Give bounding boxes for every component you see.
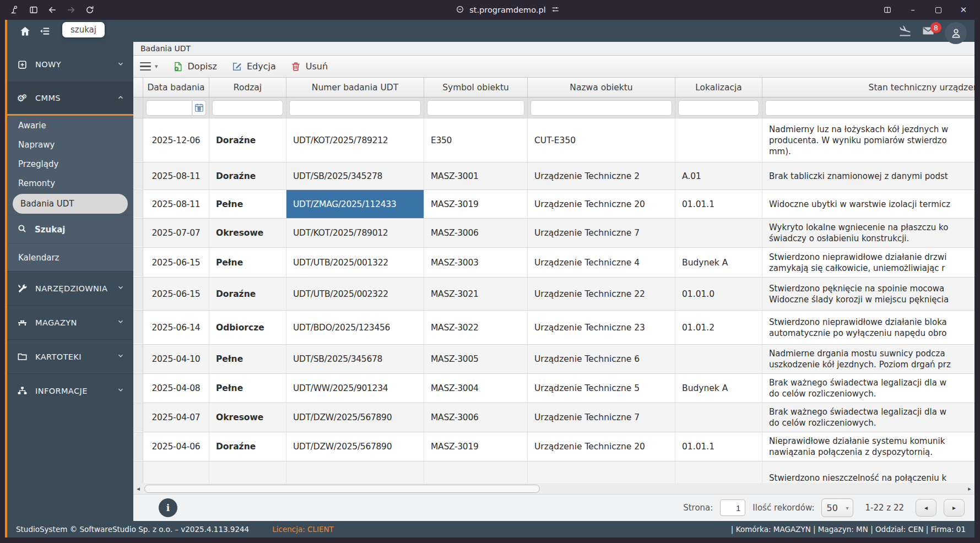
cell-rodzaj[interactable]: Doraźne [209,432,286,461]
row-handle[interactable] [133,248,143,277]
cell-rodzaj[interactable]: Pełne [209,190,286,218]
cell-lokalizacja[interactable]: 01.01.1 [675,432,762,461]
cell-date[interactable]: 2025-08-11 [143,162,209,189]
maximize-button[interactable] [927,3,949,17]
tune-icon[interactable] [551,5,560,15]
row-handle[interactable] [133,190,143,218]
user-avatar-button[interactable] [945,22,967,44]
minimize-button[interactable]: – [902,3,924,17]
filter-input-nazwa[interactable] [530,100,672,116]
cell-date[interactable] [143,461,209,483]
filter-input-stan[interactable] [765,100,974,116]
filter-input-rodzaj[interactable] [212,100,283,116]
next-page-button[interactable]: ▸ [944,499,965,517]
sidebar-item-nowy[interactable]: NOWY [7,47,133,82]
browser-forward-button[interactable] [62,3,80,17]
table-row-partial[interactable]: Stwierdzono nieszczelność na połączeniu … [133,461,974,483]
home-icon[interactable] [15,23,35,39]
scrollbar-thumb[interactable] [144,485,540,493]
cell-lokalizacja[interactable] [675,461,762,483]
cell-stan[interactable]: Brak ważnego świadectwa legalizacji dla … [762,374,974,403]
close-button[interactable]: ✕ [952,3,974,17]
cell-lokalizacja[interactable]: 01.01.0 [675,278,762,310]
cell-nazwa[interactable]: Urządzenie Techniczne 7 [528,219,675,247]
mail-icon[interactable]: 8 [922,24,935,37]
row-handle[interactable] [133,162,143,189]
scroll-left-arrow[interactable]: ◂ [133,485,143,492]
cell-symbol[interactable]: MASZ-3003 [424,248,528,277]
cell-symbol[interactable]: MASZ-3005 [424,345,528,373]
records-per-page-select[interactable]: 50 ▾ [821,498,853,517]
cell-nazwa[interactable]: Urządzenie Techniczne 7 [528,403,675,432]
filter-input-symbol[interactable] [427,100,524,116]
cell-rodzaj[interactable]: Odbiorcze [209,311,286,344]
cell-lokalizacja[interactable]: 01.01.1 [675,190,762,218]
page-number-input[interactable] [720,499,745,516]
cell-stan[interactable]: Stwierdzono nieszczelność na połączeniu … [762,461,974,483]
column-header[interactable]: Stan techniczny urządzenia [762,78,974,97]
browser-sidebar-toggle-icon[interactable] [24,3,43,17]
table-row[interactable]: 2025-12-06 Doraźne UDT/KOT/2025/789212 E… [133,118,974,162]
cell-rodzaj[interactable]: Okresowe [209,403,286,432]
cell-lokalizacja[interactable]: Budynek A [675,248,762,277]
cell-symbol[interactable]: MASZ-3019 [424,432,528,461]
cell-date[interactable]: 2025-04-08 [143,374,209,403]
row-handle[interactable] [133,345,143,373]
cell-symbol[interactable]: MASZ-3006 [424,403,528,432]
cell-date[interactable]: 2025-04-06 [143,432,209,461]
sidebar-item-szukaj[interactable]: Szukaj [7,215,133,243]
add-button[interactable]: Dopisz [172,61,217,72]
cell-stan[interactable]: Stwierdzono pęknięcie na spoinie mocowa … [762,278,974,310]
scroll-right-arrow[interactable]: ▸ [965,485,974,492]
cell-numer[interactable]: UDT/SB/2025/345278 [286,162,424,189]
cell-date[interactable]: 2025-08-11 [143,190,209,218]
cell-lokalizacja[interactable] [675,219,762,247]
calendar-button[interactable] [192,100,206,116]
cell-numer[interactable]: UDT/UTB/2025/001322 [286,248,424,277]
cell-stan[interactable]: Nadmierne drgania mostu suwnicy podcza u… [762,345,974,373]
cell-symbol[interactable] [424,461,528,483]
collapse-menu-icon[interactable] [35,23,55,39]
column-header[interactable]: Symbol obiektu [424,78,528,97]
cell-rodzaj[interactable]: Pełne [209,248,286,277]
sidebar-item-remonty[interactable]: Remonty [7,173,133,193]
cell-nazwa[interactable]: Urządzenie Techniczne 22 [528,278,675,310]
browser-reload-button[interactable] [80,3,99,17]
column-header[interactable]: Nazwa obiektu [528,78,675,97]
szukaj-tooltip[interactable]: szukaj [62,22,105,37]
cell-symbol[interactable]: MASZ-3004 [424,374,528,403]
row-handle[interactable] [133,374,143,403]
cell-stan[interactable]: Brak ważnego świadectwa legalizacji dla … [762,403,974,432]
prev-page-button[interactable]: ◂ [916,499,936,517]
cell-stan[interactable]: Wykryto lokalne wgniecenie na płaszczu k… [762,219,974,247]
sidebar-item-awarie[interactable]: Awarie [7,116,133,135]
cell-numer[interactable]: UDT/KOT/2025/789212 [286,118,424,162]
sidebar-item-naprawy[interactable]: Naprawy [7,135,133,154]
row-handle[interactable] [133,219,143,247]
cell-stan[interactable]: Brak tabliczki znamionowej z danymi pods… [762,162,974,189]
cell-nazwa[interactable]: Urządzenie Techniczne 20 [528,190,675,218]
cell-symbol[interactable]: MASZ-3021 [424,278,528,310]
column-header[interactable]: Numer badania UDT [286,78,424,97]
cell-nazwa[interactable]: Urządzenie Techniczne 6 [528,345,675,373]
cell-lokalizacja[interactable] [675,403,762,432]
cell-numer[interactable] [286,461,424,483]
cell-numer[interactable]: UDT/DZW/2025/567890 [286,432,424,461]
cell-stan[interactable]: Stwierdzono nieprawidłowe działanie blok… [762,311,974,344]
browser-back-button[interactable] [43,3,62,17]
cell-stan[interactable]: Nadmierny luz na łożyskach kół jezdnych … [762,118,974,162]
cell-lokalizacja[interactable] [675,118,762,162]
cell-nazwa[interactable]: Urządzenie Techniczne 5 [528,374,675,403]
split-view-icon[interactable] [876,3,898,17]
table-row[interactable]: 2025-06-14 Odbiorcze UDT/BDO/2025/123456… [133,311,974,345]
cell-date[interactable]: 2025-12-06 [143,118,209,162]
cell-numer[interactable]: UDT/WW/2025/901234 [286,374,424,403]
cell-rodzaj[interactable]: Okresowe [209,219,286,247]
column-header[interactable]: Data badania [143,78,209,97]
row-handle[interactable] [133,461,143,483]
cell-nazwa[interactable]: Urządzenie Techniczne 20 [528,432,675,461]
cell-numer[interactable]: UDT/DZW/2025/567890 [286,403,424,432]
cell-stan[interactable]: Stwierdzono nieprawidłowe działanie drzw… [762,248,974,277]
filter-input-date[interactable] [146,100,192,116]
table-row[interactable]: 2025-04-10 Pełne UDT/SB/2025/345678 MASZ… [133,345,974,374]
